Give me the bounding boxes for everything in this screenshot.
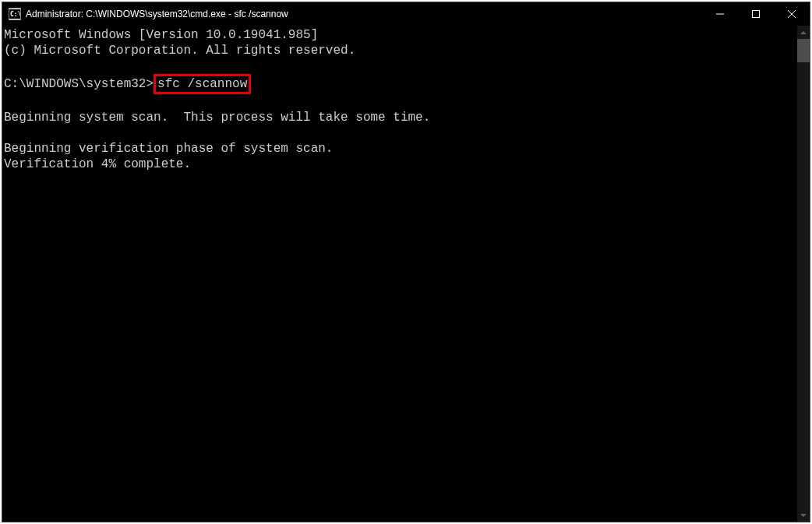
scroll-down-button[interactable] — [797, 508, 810, 522]
command-highlight: sfc /scannow — [154, 74, 251, 94]
output-line: Beginning verification phase of system s… — [4, 141, 796, 156]
cmd-icon: C:\ — [9, 8, 21, 20]
output-line: Beginning system scan. This process will… — [4, 110, 796, 125]
prompt-line: C:\WINDOWS\system32>sfc /scannow — [4, 74, 796, 94]
output-blank — [4, 125, 796, 141]
titlebar[interactable]: C:\ Administrator: C:\WINDOWS\system32\c… — [2, 2, 810, 26]
chevron-up-icon — [800, 31, 807, 34]
vertical-scrollbar[interactable] — [797, 26, 810, 522]
scrollbar-thumb[interactable] — [797, 39, 810, 62]
output-blank — [4, 94, 796, 110]
command-prompt-window: C:\ Administrator: C:\WINDOWS\system32\c… — [2, 2, 810, 522]
terminal-output[interactable]: Microsoft Windows [Version 10.0.19041.98… — [2, 26, 797, 522]
command-text: sfc /scannow — [157, 77, 247, 91]
maximize-icon — [752, 10, 760, 18]
svg-rect-3 — [753, 11, 760, 18]
output-line: Verification 4% complete. — [4, 156, 796, 172]
prompt-text: C:\WINDOWS\system32> — [4, 77, 154, 91]
output-line: (c) Microsoft Corporation. All rights re… — [4, 43, 796, 58]
maximize-button[interactable] — [738, 2, 774, 26]
minimize-icon — [716, 10, 724, 18]
svg-text:C:\: C:\ — [10, 11, 20, 18]
output-line: Microsoft Windows [Version 10.0.19041.98… — [4, 27, 796, 43]
scrollbar-track[interactable] — [797, 39, 810, 508]
minimize-button[interactable] — [702, 2, 738, 26]
close-button[interactable] — [774, 2, 810, 26]
window-controls — [702, 2, 810, 26]
window-title: Administrator: C:\WINDOWS\system32\cmd.e… — [26, 9, 702, 19]
scroll-up-button[interactable] — [797, 26, 810, 39]
chevron-down-icon — [800, 514, 807, 517]
window-body: Microsoft Windows [Version 10.0.19041.98… — [2, 26, 810, 522]
close-icon — [788, 10, 796, 18]
output-blank — [4, 58, 796, 74]
